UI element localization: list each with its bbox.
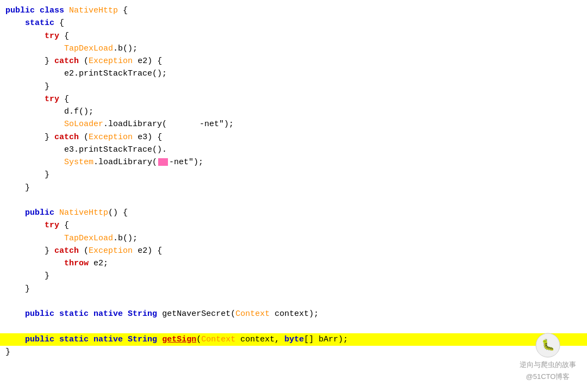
code-line-18: try { [0, 219, 587, 232]
watermark-description: 逆向与爬虫的故事 [520, 359, 576, 370]
code-line-10: SoLoader.loadLibrary(-net"); [0, 118, 587, 130]
watermark: 🐛 逆向与爬虫的故事 @51CTO博客 [520, 332, 576, 382]
code-line-5: } catch (Exception e2) { [0, 55, 587, 67]
code-line-28: } [0, 346, 587, 358]
code-line-2: static { [0, 17, 587, 29]
code-line-20: } catch (Exception e2) { [0, 245, 587, 257]
code-line-17: public NativeHttp() { [0, 207, 587, 219]
code-line-27: public static native String getSign(Cont… [0, 333, 587, 346]
code-line-11: } catch (Exception e3) { [0, 131, 587, 144]
code-line-25: public static native String getNaverSecr… [0, 308, 587, 320]
code-line-23: } [0, 283, 587, 295]
code-line-7: } [0, 80, 587, 93]
code-line-22: } [0, 270, 587, 282]
code-line-4: TapDexLoad.b(); [0, 42, 587, 55]
code-line-14: } [0, 169, 587, 181]
code-line-19: TapDexLoad.b(); [0, 232, 587, 245]
code-line-21: throw e2; [0, 257, 587, 270]
watermark-site: @51CTO博客 [526, 371, 570, 382]
code-line-24 [0, 295, 587, 308]
code-line-6: e2.printStackTrace(); [0, 67, 587, 80]
svg-text:🐛: 🐛 [541, 338, 555, 352]
watermark-logo: 🐛 [535, 332, 561, 358]
code-line-3: try { [0, 30, 587, 42]
code-container: public class NativeHttp { static { try {… [0, 0, 587, 392]
code-line-13: System.loadLibrary(-net"); [0, 156, 587, 169]
code-line-8: try { [0, 93, 587, 105]
code-line-1: public class NativeHttp { [0, 4, 587, 17]
code-line-15: } [0, 182, 587, 194]
code-line-12: e3.printStackTrace(). [0, 144, 587, 156]
code-line-9: d.f(); [0, 105, 587, 118]
code-line-16 [0, 194, 587, 207]
code-line-26 [0, 320, 587, 333]
